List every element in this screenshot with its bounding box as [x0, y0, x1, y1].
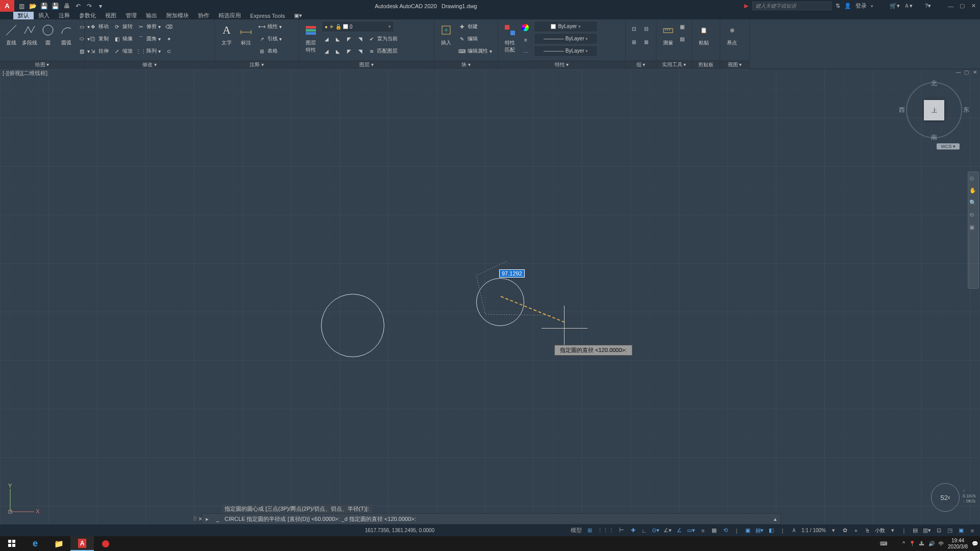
explorer-icon[interactable]: 📁	[47, 536, 70, 551]
tab-output[interactable]: 输出	[141, 12, 162, 19]
zoom-icon[interactable]: 🔍	[969, 199, 977, 208]
lw-toggle[interactable]: ≡	[697, 524, 708, 536]
erase-tool[interactable]: ⌫	[164, 21, 174, 32]
viewcube-face[interactable]: 上	[924, 100, 944, 120]
iso-view-icon[interactable]: ◳	[944, 524, 955, 536]
tab-default[interactable]: 默认	[13, 12, 34, 19]
layer-mini2[interactable]: ◣	[333, 33, 343, 44]
viewport-label[interactable]: [-][俯视][二维线框]	[3, 69, 47, 77]
plus-icon[interactable]: +	[850, 524, 862, 536]
quickprops-icon[interactable]: ▤	[910, 524, 921, 536]
open-icon[interactable]: 📂	[29, 2, 37, 10]
ann-toggle2[interactable]: ▤▾	[753, 524, 766, 536]
measure-tool[interactable]: 测量	[659, 21, 677, 46]
offset-tool[interactable]: ⊂	[164, 45, 174, 57]
tab-parametric[interactable]: 参数化	[75, 12, 101, 19]
new-icon[interactable]: ▥	[17, 2, 26, 10]
mouse-icon[interactable]: 🖱	[862, 524, 873, 536]
tab-manage[interactable]: 管理	[121, 12, 141, 19]
save-icon[interactable]: 💾	[40, 2, 48, 10]
group-edit-tool[interactable]: ⊞	[629, 36, 639, 47]
wcs-badge[interactable]: WCS ▾	[937, 143, 960, 149]
app-logo[interactable]: A	[0, 0, 14, 12]
line-tool[interactable]: 直线	[3, 21, 19, 46]
vp-close[interactable]: ✕	[971, 69, 978, 76]
base-view-tool[interactable]: ⊕基点	[723, 21, 741, 46]
circle-tool[interactable]: 圆	[40, 21, 56, 46]
layer-mini5[interactable]: ◢	[322, 45, 332, 57]
layer-mini7[interactable]: ◤	[344, 45, 354, 57]
tab-featured[interactable]: 精选应用	[214, 12, 246, 19]
snap-toggle[interactable]: ⋮⋮⋮	[595, 524, 616, 536]
otrack-toggle[interactable]: ▭▾	[685, 524, 697, 536]
panel-block-label[interactable]: 块 ▾	[434, 61, 498, 69]
panel-layers-label[interactable]: 图层 ▾	[299, 61, 434, 69]
layer-mini1[interactable]: ◢	[322, 33, 332, 44]
help-search[interactable]: 键入关键字或短语	[752, 2, 831, 10]
tab-addons[interactable]: 附加模块	[162, 12, 193, 19]
grid-toggle[interactable]: ⊞	[584, 524, 595, 536]
undo-icon[interactable]: ↶	[74, 2, 82, 10]
linetype-dropdown[interactable]: ———— ByLayer ▾	[534, 45, 598, 57]
viewcube[interactable]: 上 北 南 西 东	[906, 82, 962, 138]
vp-minimize[interactable]: —	[955, 69, 962, 76]
qat-dropdown-icon[interactable]: ▾	[96, 2, 105, 10]
command-menu-icon[interactable]: ▴	[770, 516, 780, 522]
dimension-tool[interactable]: 标注	[237, 21, 255, 46]
cycling-toggle[interactable]: ⟲	[720, 524, 731, 536]
linear-dim-tool[interactable]: ⟷线性 ▾	[257, 21, 283, 32]
layer-mini6[interactable]: ◣	[333, 45, 343, 57]
recorder-icon[interactable]	[94, 536, 117, 551]
ann-toggle1[interactable]: ▣	[742, 524, 753, 536]
panel-annot-label[interactable]: 注释 ▾	[215, 61, 299, 69]
customize-icon[interactable]: ≡	[967, 524, 978, 536]
setcurrent-tool[interactable]: ✔置为当前	[366, 33, 399, 44]
command-line[interactable]: ▸ ⎯ CIRCLE 指定圆的半径或 [直径(D)] <60.0000>: _d…	[202, 513, 781, 524]
tray-location-icon[interactable]: 📍	[909, 541, 915, 546]
color-dropdown[interactable]: ByLayer ▾	[534, 21, 598, 32]
rotate-tool[interactable]: ⟳旋转	[112, 21, 134, 32]
units-dd[interactable]: ▾	[887, 524, 898, 536]
action-center-icon[interactable]: 💬	[972, 541, 978, 546]
lineweight-tool[interactable]: ≡	[521, 34, 532, 45]
fillet-tool[interactable]: ⌒圆角 ▾	[136, 33, 162, 44]
lineweight-dropdown[interactable]: ———— ByLayer ▾	[534, 33, 598, 44]
annoscale-icon[interactable]: Ａ	[788, 524, 799, 536]
edit-block-tool[interactable]: ✎编辑	[457, 33, 493, 44]
tab-overflow[interactable]: ▣▾	[289, 12, 307, 19]
saveas-icon[interactable]: 💾	[51, 2, 60, 10]
scale-tool[interactable]: ⤢缩放	[112, 45, 134, 57]
lockui-icon[interactable]: ▥▾	[921, 524, 933, 536]
account-label[interactable]: 登录	[855, 2, 867, 10]
tab-annotate[interactable]: 注释	[54, 12, 75, 19]
orbit-icon[interactable]: ⟲	[969, 212, 977, 220]
vc-north[interactable]: 北	[931, 79, 937, 88]
hardware-icon[interactable]: ⊡	[933, 524, 944, 536]
tab-express[interactable]: Express Tools	[246, 13, 289, 19]
stretch-tool[interactable]: ⇲拉伸	[88, 45, 110, 57]
vc-west[interactable]: 西	[899, 106, 905, 114]
units-label[interactable]: 小数	[873, 527, 887, 534]
redo-icon[interactable]: ↷	[85, 2, 93, 10]
panel-draw-label[interactable]: 绘图 ▾	[0, 61, 84, 69]
panel-props-label[interactable]: 特性 ▾	[498, 61, 625, 69]
insert-block-tool[interactable]: 插入	[437, 21, 455, 46]
iso-toggle[interactable]: ∠▾	[662, 524, 674, 536]
linetype-tool[interactable]: ⋯	[521, 46, 532, 58]
text-tool[interactable]: A文字	[218, 21, 235, 46]
taskbar-clock[interactable]: 19:44 2020/3/8	[948, 538, 968, 550]
annoscale-value[interactable]: 1:1 / 100%	[799, 528, 828, 533]
group-sel-tool[interactable]: ⊠	[641, 36, 651, 47]
transp-toggle[interactable]: ▦	[708, 524, 720, 536]
infer-toggle[interactable]: ⊢	[616, 524, 627, 536]
ortho-toggle[interactable]: ∟	[639, 524, 650, 536]
annoscale-dd[interactable]: ▾	[828, 524, 839, 536]
minimize-button[interactable]: —	[947, 3, 954, 9]
circle-entity-1[interactable]	[321, 294, 384, 357]
explode-tool[interactable]: ✦	[164, 33, 174, 44]
clean-screen-icon[interactable]: ▣	[955, 524, 967, 536]
osnap-toggle[interactable]: ∠	[674, 524, 685, 536]
panel-group-label[interactable]: 组 ▾	[626, 61, 656, 69]
infocenter-icon[interactable]: ⇅	[836, 3, 840, 9]
coordinates-readout[interactable]: 1617.7356, 1361.2495, 0.0000	[360, 528, 439, 533]
